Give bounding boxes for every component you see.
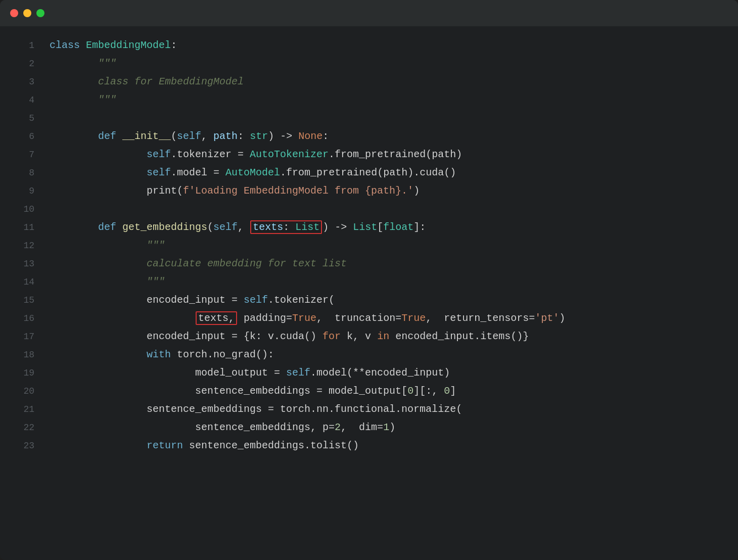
titlebar (0, 0, 738, 26)
code-line-3: 3 class for EmbeddingModel (0, 73, 738, 91)
code-line-6: 6 def __init__(self, path: str) -> None: (0, 127, 738, 146)
code-line-15: 15 encoded_input = self.tokenizer( (0, 291, 738, 309)
minimize-button[interactable] (23, 9, 31, 17)
code-line-10: 10 (0, 200, 738, 218)
editor-window: 1 class EmbeddingModel: 2 """ 3 class fo… (0, 0, 738, 560)
code-line-20: 20 sentence_embeddings = model_output[0]… (0, 382, 738, 400)
code-line-8: 8 self.model = AutoModel.from_pretrained… (0, 164, 738, 182)
code-line-13: 13 calculate embedding for text list (0, 255, 738, 273)
code-line-1: 1 class EmbeddingModel: (0, 36, 738, 55)
code-line-4: 4 """ (0, 91, 738, 109)
code-line-2: 2 """ (0, 55, 738, 73)
code-line-11: 11 def get_embeddings(self, texts: List)… (0, 218, 738, 237)
code-line-21: 21 sentence_embeddings = torch.nn.functi… (0, 400, 738, 418)
code-line-9: 9 print(f'Loading EmbeddingModel from {p… (0, 182, 738, 200)
code-line-5: 5 (0, 109, 738, 127)
code-line-7: 7 self.tokenizer = AutoTokenizer.from_pr… (0, 146, 738, 164)
code-line-14: 14 """ (0, 273, 738, 291)
code-line-16: 16 texts, padding=True, truncation=True,… (0, 309, 738, 328)
code-line-12: 12 """ (0, 237, 738, 255)
code-line-18: 18 with torch.no_grad(): (0, 346, 738, 364)
close-button[interactable] (10, 9, 18, 17)
code-line-17: 17 encoded_input = {k: v.cuda() for k, v… (0, 328, 738, 346)
code-line-19: 19 model_output = self.model(**encoded_i… (0, 364, 738, 382)
code-line-23: 23 return sentence_embeddings.tolist() (0, 437, 738, 455)
maximize-button[interactable] (36, 9, 44, 17)
code-line-22: 22 sentence_embeddings, p=2, dim=1) (0, 418, 738, 437)
code-editor[interactable]: 1 class EmbeddingModel: 2 """ 3 class fo… (0, 26, 738, 465)
